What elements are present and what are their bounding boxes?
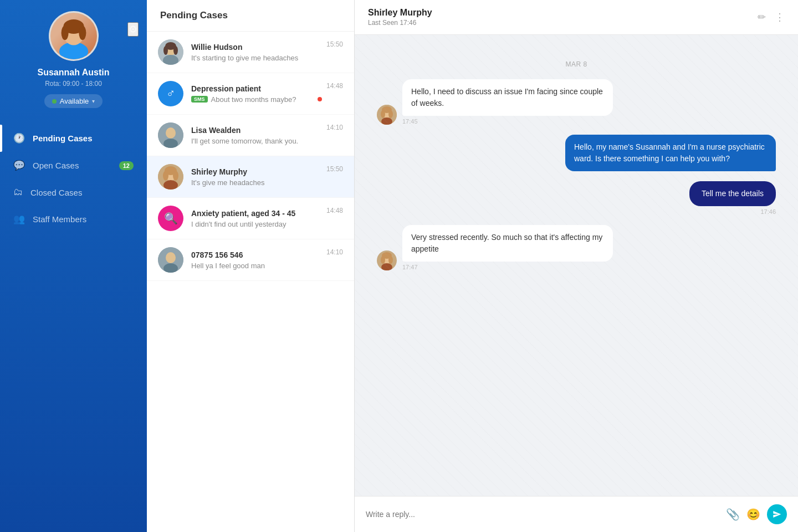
case-info-anxiety: Anxiety patient, aged 34 - 45 I didn't f… bbox=[191, 209, 322, 228]
case-time-willie: 15:50 bbox=[326, 40, 343, 48]
status-dot bbox=[52, 99, 57, 104]
case-info-shirley: Shirley Murphy It's give me headaches bbox=[191, 167, 322, 187]
chat-footer: 📎 😊 bbox=[355, 496, 798, 532]
message-col-4: Very stressed recently. So much so that … bbox=[402, 225, 613, 270]
message-col-2: Hello, my name's Susannah and I'm a nurs… bbox=[565, 135, 776, 171]
sidebar-item-closed[interactable]: 🗂 Closed Cases bbox=[0, 179, 147, 206]
message-row-4: Very stressed recently. So much so that … bbox=[377, 225, 776, 270]
settings-gear-icon[interactable]: ⚙ bbox=[127, 22, 139, 37]
case-list: Willie Hudson It's starting to give me h… bbox=[147, 32, 354, 532]
svg-point-4 bbox=[61, 25, 68, 40]
case-info-willie: Willie Hudson It's starting to give me h… bbox=[191, 43, 322, 62]
status-label: Available bbox=[60, 97, 89, 105]
svg-point-27 bbox=[381, 110, 385, 118]
case-preview-willie: It's starting to give me headaches bbox=[191, 54, 322, 62]
cases-panel: Pending Cases Willie Hudson It's startin… bbox=[147, 0, 355, 532]
date-divider: MAR 8 bbox=[377, 60, 776, 68]
svg-point-5 bbox=[79, 25, 86, 40]
sidebar-item-open[interactable]: 💬 Open Cases 12 bbox=[0, 152, 147, 179]
case-avatar-depression: ♂ bbox=[158, 81, 183, 106]
case-preview-depression: SMS About two months maybe? bbox=[191, 95, 322, 104]
clock-icon: 🕐 bbox=[13, 132, 25, 144]
message-time-1: 17:45 bbox=[402, 118, 613, 125]
archive-icon: 🗂 bbox=[13, 187, 23, 198]
case-avatar-phone bbox=[158, 247, 183, 273]
user-rota: Rota: 09:00 - 18:00 bbox=[45, 80, 102, 88]
emoji-icon[interactable]: 😊 bbox=[746, 508, 760, 521]
message-bubble-1: Hello, I need to discuss an issue I'm fa… bbox=[402, 79, 613, 116]
sidebar-item-label-closed: Closed Cases bbox=[30, 188, 82, 197]
chat-header-actions: ✏ ⋮ bbox=[758, 11, 785, 23]
people-icon: 👥 bbox=[13, 213, 25, 225]
sidebar-item-label-open: Open Cases bbox=[33, 161, 79, 170]
message-col-1: Hello, I need to discuss an issue I'm fa… bbox=[402, 79, 613, 125]
case-name-depression: Depression patient bbox=[191, 84, 322, 93]
sidebar-nav: 🕐 Pending Cases 💬 Open Cases 12 🗂 Closed… bbox=[0, 125, 147, 233]
case-item-willie[interactable]: Willie Hudson It's starting to give me h… bbox=[147, 32, 354, 73]
chat-reply-input[interactable] bbox=[366, 510, 719, 519]
chat-body: MAR 8 Hello, I need to discuss an issue … bbox=[355, 35, 798, 496]
message-row-2: Hello, my name's Susannah and I'm a nurs… bbox=[377, 135, 776, 171]
attach-icon[interactable]: 📎 bbox=[726, 508, 740, 521]
case-avatar-lisa bbox=[158, 122, 183, 148]
case-item-anxiety[interactable]: 🔍 Anxiety patient, aged 34 - 45 I didn't… bbox=[147, 198, 354, 239]
svg-point-19 bbox=[173, 171, 178, 181]
case-preview-anxiety: I didn't find out until yesterday bbox=[191, 220, 322, 228]
case-avatar-shirley bbox=[158, 164, 183, 190]
chat-panel: Shirley Murphy Last Seen 17:46 ✏ ⋮ MAR 8 bbox=[355, 0, 798, 532]
case-item-depression[interactable]: ♂ Depression patient SMS About two month… bbox=[147, 73, 354, 115]
message-avatar-1 bbox=[377, 105, 397, 125]
user-name: Susannah Austin bbox=[37, 68, 109, 78]
case-name-phone: 07875 156 546 bbox=[191, 250, 322, 259]
message-row-1: Hello, I need to discuss an issue I'm fa… bbox=[377, 79, 776, 125]
message-time-4: 17:47 bbox=[402, 264, 613, 270]
svg-point-10 bbox=[173, 46, 178, 55]
case-time-lisa: 14:10 bbox=[326, 124, 343, 131]
svg-point-18 bbox=[163, 171, 168, 181]
message-bubble-4: Very stressed recently. So much so that … bbox=[402, 225, 613, 262]
svg-point-13 bbox=[166, 127, 176, 139]
sidebar: ⚙ Susannah Austin Rota: 09:00 - 18:00 Av… bbox=[0, 0, 147, 532]
case-name-willie: Willie Hudson bbox=[191, 43, 322, 52]
message-bubble-3: Tell me the details bbox=[689, 181, 776, 206]
case-item-lisa[interactable]: Lisa Wealden I'll get some tomorrow, tha… bbox=[147, 115, 354, 156]
case-time-shirley: 15:50 bbox=[326, 165, 343, 173]
svg-point-28 bbox=[388, 110, 393, 118]
svg-point-22 bbox=[166, 252, 176, 263]
chat-icon: 💬 bbox=[13, 160, 25, 171]
chevron-down-icon: ▾ bbox=[92, 98, 95, 104]
svg-point-33 bbox=[381, 256, 385, 264]
case-info-lisa: Lisa Wealden I'll get some tomorrow, tha… bbox=[191, 126, 322, 145]
sidebar-item-staff[interactable]: 👥 Staff Members bbox=[0, 206, 147, 233]
status-badge[interactable]: Available ▾ bbox=[44, 94, 103, 108]
case-preview-shirley: It's give me headaches bbox=[191, 178, 322, 187]
case-preview-phone: Hell ya I feel good man bbox=[191, 262, 322, 270]
message-avatar-4 bbox=[377, 250, 397, 270]
message-col-3: Tell me the details 17:46 bbox=[689, 181, 776, 215]
open-cases-badge: 12 bbox=[119, 161, 134, 170]
case-info-phone: 07875 156 546 Hell ya I feel good man bbox=[191, 250, 322, 270]
case-item-shirley[interactable]: Shirley Murphy It's give me headaches 15… bbox=[147, 156, 354, 198]
case-time-depression: 14:48 bbox=[326, 82, 343, 90]
chat-contact-name: Shirley Murphy bbox=[368, 8, 758, 18]
sidebar-item-label-staff: Staff Members bbox=[33, 214, 86, 224]
sidebar-item-label-pending: Pending Cases bbox=[33, 134, 93, 143]
edit-button[interactable]: ✏ bbox=[758, 11, 766, 23]
user-avatar bbox=[49, 11, 99, 61]
case-name-anxiety: Anxiety patient, aged 34 - 45 bbox=[191, 209, 322, 218]
message-time-3: 17:46 bbox=[760, 208, 776, 215]
more-options-button[interactable]: ⋮ bbox=[775, 11, 785, 23]
message-bubble-2: Hello, my name's Susannah and I'm a nurs… bbox=[565, 135, 776, 171]
sms-tag: SMS bbox=[191, 96, 208, 103]
cases-panel-title: Pending Cases bbox=[147, 0, 354, 32]
case-preview-lisa: I'll get some tomorrow, thank you. bbox=[191, 137, 322, 145]
send-button[interactable] bbox=[767, 504, 787, 524]
case-time-phone: 14:10 bbox=[326, 248, 343, 256]
chat-header-info: Shirley Murphy Last Seen 17:46 bbox=[368, 8, 758, 27]
case-item-phone[interactable]: 07875 156 546 Hell ya I feel good man 14… bbox=[147, 239, 354, 281]
chat-header: Shirley Murphy Last Seen 17:46 ✏ ⋮ bbox=[355, 0, 798, 35]
case-avatar-anxiety: 🔍 bbox=[158, 206, 183, 231]
sidebar-item-pending[interactable]: 🕐 Pending Cases bbox=[0, 125, 147, 152]
svg-point-34 bbox=[388, 256, 393, 264]
svg-point-9 bbox=[163, 46, 168, 55]
